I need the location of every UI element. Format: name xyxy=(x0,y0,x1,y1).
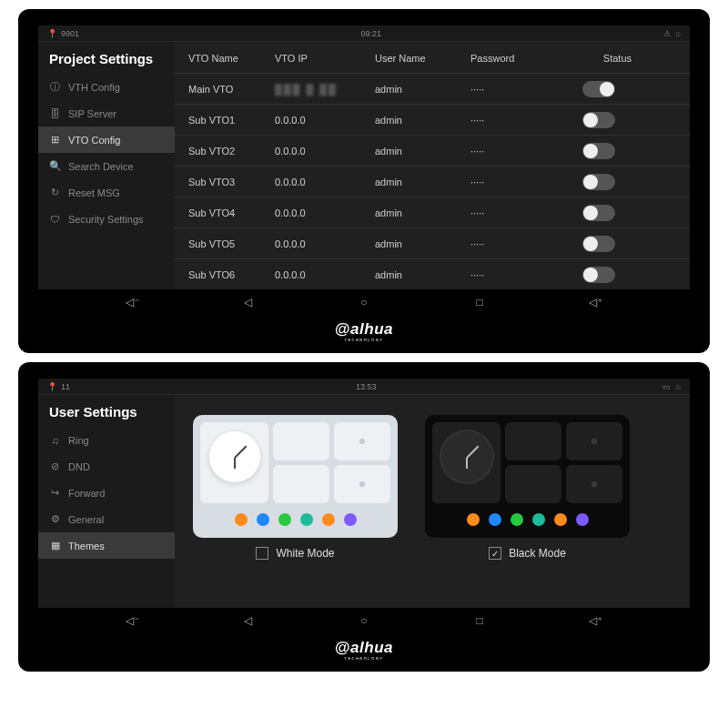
status-time: 13:53 xyxy=(356,382,377,391)
dock-app-icon xyxy=(322,513,335,526)
sidebar-item-label: VTH Config xyxy=(68,82,120,93)
table-row: Sub VTO6 0.0.0.0 admin ····· xyxy=(175,258,690,289)
status-toggle[interactable] xyxy=(582,205,615,221)
nav-vol-down-icon[interactable]: ◁⁻ xyxy=(124,296,142,308)
sidebar-item-label: VTO Config xyxy=(68,135,120,146)
th-status: Status xyxy=(561,53,648,64)
nav-recent-icon[interactable]: □ xyxy=(470,296,489,308)
table-row: Sub VTO3 0.0.0.0 admin ····· xyxy=(175,166,690,197)
main: Project Settings ⓘ VTH Config🗄 SIP Serve… xyxy=(38,42,690,289)
brand: @alhua TECHNOLOGY xyxy=(38,633,690,662)
status-right: ⚠ ⌂ xyxy=(663,29,681,38)
sidebar-item-label: General xyxy=(68,514,104,525)
sidebar: User Settings ♫ Ring⊘ DND↪ Forward⚙ Gene… xyxy=(38,395,175,608)
th-pass: Password xyxy=(470,53,561,64)
sidebar-item-label: Themes xyxy=(68,541,105,551)
nav-home-icon[interactable]: ○ xyxy=(355,296,373,308)
clock-icon xyxy=(441,431,492,482)
status-toggle[interactable] xyxy=(582,143,615,159)
sidebar-item-vto-config[interactable]: ⊞ VTO Config xyxy=(38,126,175,153)
sidebar-icon: ⊘ xyxy=(49,460,61,472)
sidebar-item-reset-msg[interactable]: ↻ Reset MSG xyxy=(38,179,175,206)
sidebar-title: User Settings xyxy=(38,395,175,427)
brand-text: @alhua xyxy=(335,320,393,338)
dock-app-icon xyxy=(257,513,269,526)
status-toggle[interactable] xyxy=(582,174,615,190)
sidebar-icon: ↪ xyxy=(49,487,61,499)
brand-subtext: TECHNOLOGY xyxy=(38,338,690,342)
themes-area: White Mode xyxy=(175,395,690,587)
sidebar-item-forward[interactable]: ↪ Forward xyxy=(38,480,175,506)
nav-back-icon[interactable]: ◁ xyxy=(239,614,258,627)
cell-status xyxy=(561,143,648,159)
brand-subtext: TECHNOLOGY xyxy=(38,656,690,661)
theme-white-label[interactable]: White Mode xyxy=(256,547,334,560)
cell-user: admin xyxy=(375,177,470,187)
theme-white-text: White Mode xyxy=(276,547,334,560)
status-toggle[interactable] xyxy=(582,81,615,97)
nav-vol-up-icon[interactable]: ◁⁺ xyxy=(586,614,604,627)
nav-recent-icon[interactable]: □ xyxy=(470,614,489,627)
sidebar-item-themes[interactable]: ▦ Themes xyxy=(38,532,175,559)
dock-app-icon xyxy=(576,513,589,526)
cell-pass: ····· xyxy=(470,84,561,95)
status-bar: 📍 9901 09:21 ⚠ ⌂ xyxy=(38,25,690,42)
status-toggle[interactable] xyxy=(582,112,615,128)
sidebar-icon: 🔍 xyxy=(49,160,61,172)
theme-white[interactable]: White Mode xyxy=(193,415,398,560)
table-row: Main VTO ███ █ ██ admin ····· xyxy=(175,73,690,104)
status-bar: 📍 11 13:53 ▭ ⌂ xyxy=(38,379,690,395)
sidebar-item-ring[interactable]: ♫ Ring xyxy=(38,427,175,453)
nav-back-icon[interactable]: ◁ xyxy=(239,296,258,308)
cell-user: admin xyxy=(375,207,470,218)
sidebar-item-general[interactable]: ⚙ General xyxy=(38,506,175,532)
sidebar-icon: ▦ xyxy=(49,540,61,551)
cell-pass: ····· xyxy=(470,269,561,280)
cell-name: Sub VTO4 xyxy=(175,207,275,218)
cell-pass: ····· xyxy=(470,207,561,218)
cell-pass: ····· xyxy=(470,115,561,126)
sidebar-item-search-device[interactable]: 🔍 Search Device xyxy=(38,153,175,179)
cell-ip: 0.0.0.0 xyxy=(275,238,375,249)
checkbox-black[interactable] xyxy=(489,547,501,560)
cell-status xyxy=(561,267,648,283)
cell-status xyxy=(561,205,648,221)
card-icon: ▭ xyxy=(662,382,671,391)
android-navbar: ◁⁻ ◁ ○ □ ◁⁺ xyxy=(38,608,690,633)
screen: 📍 9901 09:21 ⚠ ⌂ Project Settings ⓘ VTH … xyxy=(38,25,690,315)
cell-name: Sub VTO1 xyxy=(175,115,275,126)
sidebar-item-sip-server[interactable]: 🗄 SIP Server xyxy=(38,100,175,126)
dock-app-icon xyxy=(554,513,567,526)
sidebar-icon: ♫ xyxy=(49,434,61,446)
nav-vol-down-icon[interactable]: ◁⁻ xyxy=(124,614,142,627)
location-id: 9901 xyxy=(61,29,79,38)
dock-app-icon xyxy=(278,513,291,526)
status-toggle[interactable] xyxy=(582,236,615,252)
nav-home-icon[interactable]: ○ xyxy=(355,614,373,627)
theme-black-label[interactable]: Black Mode xyxy=(489,547,566,560)
sidebar-item-label: Forward xyxy=(68,488,105,499)
cell-name: Sub VTO6 xyxy=(175,269,275,280)
cell-ip: ███ █ ██ xyxy=(275,84,375,95)
dock-app-icon xyxy=(532,513,545,526)
home-icon[interactable]: ⌂ xyxy=(676,382,681,391)
cell-ip: 0.0.0.0 xyxy=(275,207,375,218)
device-project-settings: 📍 9901 09:21 ⚠ ⌂ Project Settings ⓘ VTH … xyxy=(18,9,710,353)
checkbox-white[interactable] xyxy=(256,547,268,560)
nav-vol-up-icon[interactable]: ◁⁺ xyxy=(586,296,604,308)
table-row: Sub VTO1 0.0.0.0 admin ····· xyxy=(175,104,690,135)
sidebar-item-security-settings[interactable]: 🛡 Security Settings xyxy=(38,206,175,232)
theme-black-text: Black Mode xyxy=(509,547,566,560)
sidebar-item-dnd[interactable]: ⊘ DND xyxy=(38,453,175,480)
home-icon[interactable]: ⌂ xyxy=(676,29,681,38)
brand: @alhua TECHNOLOGY xyxy=(38,315,690,344)
cell-user: admin xyxy=(375,269,470,280)
dock-app-icon xyxy=(511,513,523,526)
sidebar-item-vth-config[interactable]: ⓘ VTH Config xyxy=(38,74,175,100)
dock-app-icon xyxy=(467,513,480,526)
cell-user: admin xyxy=(375,115,470,126)
cell-pass: ····· xyxy=(470,238,561,249)
table-header: VTO Name VTO IP User Name Password Statu… xyxy=(175,42,690,73)
theme-black[interactable]: Black Mode xyxy=(425,415,630,560)
status-toggle[interactable] xyxy=(582,267,615,283)
